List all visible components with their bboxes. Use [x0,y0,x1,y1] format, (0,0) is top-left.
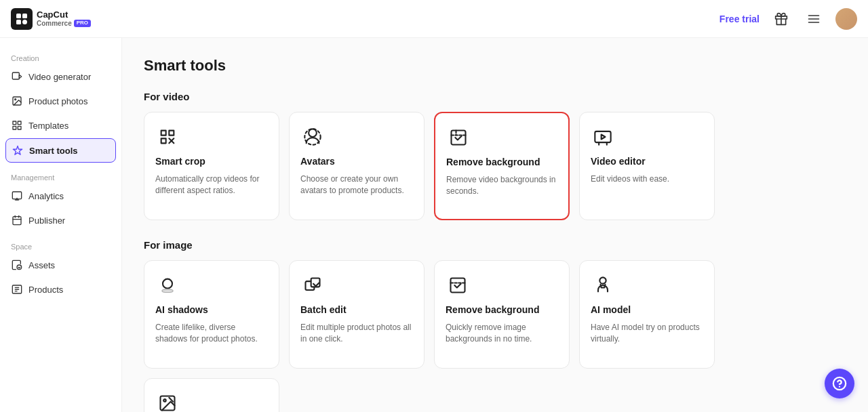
avatars-desc: Choose or create your own avatars to pro… [300,173,413,197]
sidebar-item-video-generator[interactable]: Video generator [5,65,116,88]
batch-edit-icon [300,273,325,297]
remove-bg-image-desc: Quickly remove image backgrounds in no t… [446,322,558,345]
sidebar-item-publisher[interactable]: Publisher [5,209,116,232]
batch-edit-name: Batch edit [300,304,413,315]
sidebar-item-templates-label: Templates [28,121,68,131]
sidebar-item-assets-label: Assets [28,260,55,270]
smart-tools-icon [12,144,24,157]
video-generator-icon [11,70,23,83]
image-editor-icon [155,391,180,412]
logo-icon [11,8,33,30]
sidebar-item-assets[interactable]: Assets [5,253,116,276]
remove-bg-image-icon [446,273,470,297]
svg-line-46 [169,398,173,402]
ai-shadows-card[interactable]: AI shadows Create lifelike, diverse shad… [144,260,279,369]
svg-point-3 [22,20,27,24]
remove-bg-video-card[interactable]: Remove background Remove video backgroun… [434,112,570,220]
publisher-icon [11,214,23,226]
svg-point-38 [163,279,172,289]
creation-label: Creation [5,49,116,65]
svg-marker-10 [19,75,21,78]
svg-point-24 [17,265,22,270]
main-content: Smart tools For video Smart crop Automat… [122,38,868,412]
svg-rect-42 [451,279,465,293]
products-icon [11,283,23,295]
remove-bg-image-card[interactable]: Remove background Quickly remove image b… [434,260,570,369]
logo-text: CapCut Commerce PRO [37,10,91,27]
sidebar-item-products-label: Products [28,285,63,295]
for-image-cards: AI shadows Create lifelike, diverse shad… [144,260,846,412]
smart-crop-card[interactable]: Smart crop Automatically crop videos for… [144,112,279,220]
for-video-cards: Smart crop Automatically crop videos for… [144,112,846,220]
sidebar-item-smart-tools[interactable]: Smart tools [5,138,116,163]
sidebar-item-templates[interactable]: Templates [5,114,116,137]
product-photos-icon [11,95,23,107]
menu-button[interactable] [803,8,825,30]
sidebar-item-video-generator-label: Video generator [28,72,91,82]
help-button[interactable] [825,369,854,398]
svg-rect-32 [452,131,466,145]
avatars-name: Avatars [300,156,413,167]
assets-icon [11,259,23,271]
smart-crop-icon [155,125,180,149]
remove-bg-video-name: Remove background [446,157,557,167]
svg-point-39 [162,289,173,293]
sidebar-item-analytics[interactable]: Analytics [5,184,116,207]
sidebar: Creation Video generator Product photos [0,38,122,412]
svg-rect-13 [13,121,16,125]
smart-crop-name: Smart crop [155,156,268,167]
ai-shadows-name: AI shadows [155,304,268,315]
svg-rect-20 [13,217,21,225]
video-editor-icon [591,125,615,149]
logo[interactable]: CapCut Commerce PRO [11,8,133,30]
svg-rect-14 [18,121,21,125]
video-editor-card[interactable]: Video editor Edit videos with ease. [579,112,715,220]
free-trial-button[interactable]: Free trial [719,14,760,24]
avatars-icon [300,125,325,149]
space-label: Space [5,237,116,253]
sidebar-item-publisher-label: Publisher [28,215,65,226]
ai-shadows-icon [155,273,180,297]
topbar-actions: Free trial [719,8,857,30]
svg-point-45 [163,399,166,402]
ai-model-name: AI model [591,304,703,315]
page-title: Smart tools [144,57,846,75]
svg-point-12 [15,99,16,100]
remove-bg-video-desc: Remove video backgrounds in seconds. [446,174,557,197]
svg-rect-15 [13,126,16,129]
avatars-card[interactable]: Avatars Choose or create your own avatar… [289,112,425,220]
for-video-title: For video [144,91,846,102]
ai-model-icon [591,273,615,297]
svg-rect-1 [22,14,27,18]
analytics-icon [11,190,23,202]
smart-crop-desc: Automatically crop videos for different … [155,173,268,197]
sidebar-item-product-photos[interactable]: Product photos [5,89,116,112]
svg-rect-16 [18,126,21,129]
management-label: Management [5,168,116,184]
video-editor-name: Video editor [591,156,703,167]
ai-model-card[interactable]: AI model Have AI model try on products v… [579,260,715,369]
avatar[interactable] [835,8,857,30]
svg-rect-0 [16,14,21,18]
svg-rect-2 [16,20,21,24]
ai-model-desc: Have AI model try on products virtually. [591,322,703,345]
gift-button[interactable] [770,8,792,30]
templates-icon [11,119,23,131]
remove-bg-video-icon [446,125,471,150]
batch-edit-desc: Edit multiple product photos all in one … [300,322,413,345]
svg-rect-35 [595,131,610,142]
remove-bg-image-name: Remove background [446,304,558,315]
sidebar-item-products[interactable]: Products [5,278,116,301]
topbar: CapCut Commerce PRO Free trial [0,0,868,38]
video-editor-desc: Edit videos with ease. [591,173,703,185]
sidebar-item-analytics-label: Analytics [28,191,64,201]
svg-rect-9 [12,73,19,79]
image-editor-card[interactable]: Image editor Edit images and graphics ef… [144,378,279,412]
batch-edit-card[interactable]: Batch edit Edit multiple product photos … [289,260,425,369]
sidebar-item-smart-tools-label: Smart tools [29,146,78,156]
for-image-title: For image [144,239,846,251]
sidebar-item-product-photos-label: Product photos [28,96,87,106]
ai-shadows-desc: Create lifelike, diverse shadows for pro… [155,322,268,345]
